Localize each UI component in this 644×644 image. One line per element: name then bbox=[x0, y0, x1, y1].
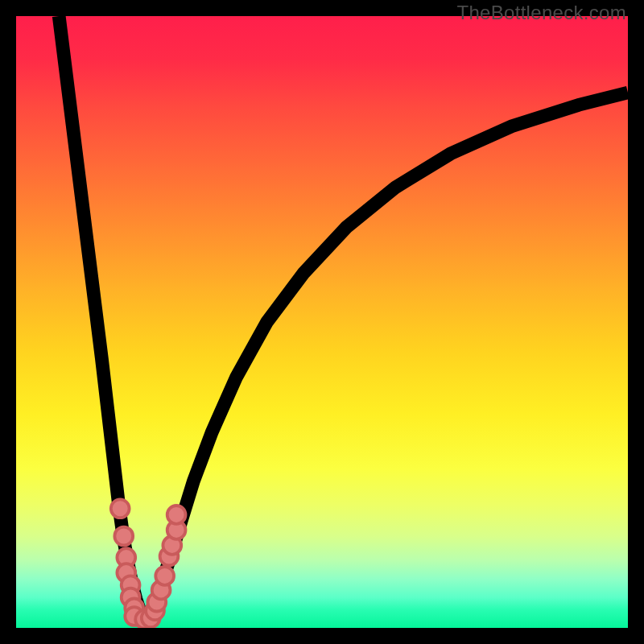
chart-svg bbox=[16, 16, 628, 628]
outer-frame: TheBottleneck.com bbox=[0, 0, 644, 644]
bead-marker bbox=[111, 499, 130, 518]
watermark-text: TheBottleneck.com bbox=[456, 2, 626, 24]
marker-beads bbox=[111, 499, 186, 628]
curve-left bbox=[59, 16, 144, 619]
bead-marker bbox=[155, 567, 174, 585]
plot-area bbox=[16, 16, 628, 628]
bead-marker bbox=[167, 506, 186, 524]
bead-marker bbox=[114, 527, 133, 546]
curve-right bbox=[145, 93, 628, 619]
